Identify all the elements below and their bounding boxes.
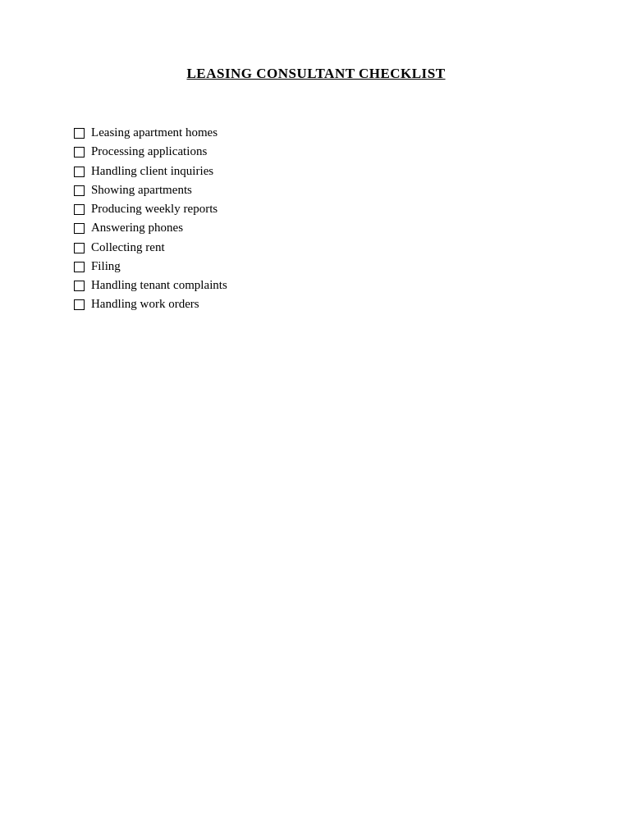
checkbox-5[interactable] (74, 204, 85, 215)
checklist-item: Handling tenant complaints (74, 276, 558, 294)
checkbox-9[interactable] (74, 281, 85, 291)
checklist-item: Producing weekly reports (74, 199, 558, 218)
page-title: LEASING CONSULTANT CHECKLIST (74, 66, 558, 82)
checklist-item: Collecting rent (74, 238, 558, 257)
checklist-item: Handling work orders (74, 294, 558, 313)
item-label-5: Producing weekly reports (91, 199, 218, 218)
checkbox-1[interactable] (74, 128, 85, 139)
checklist-item: Handling client inquiries (74, 162, 558, 180)
checkbox-4[interactable] (74, 185, 85, 196)
item-label-10: Handling work orders (91, 294, 199, 313)
checklist: Leasing apartment homesProcessing applic… (74, 123, 558, 314)
item-label-4: Showing apartments (91, 180, 192, 199)
page: LEASING CONSULTANT CHECKLIST Leasing apa… (0, 0, 632, 840)
item-label-3: Handling client inquiries (91, 162, 213, 180)
checkbox-10[interactable] (74, 299, 85, 310)
checklist-item: Processing applications (74, 142, 558, 161)
checklist-item: Leasing apartment homes (74, 123, 558, 142)
checklist-item: Filing (74, 257, 558, 276)
checkbox-3[interactable] (74, 167, 85, 177)
checkbox-6[interactable] (74, 223, 85, 234)
item-label-6: Answering phones (91, 218, 183, 237)
checkbox-2[interactable] (74, 147, 85, 158)
checklist-item: Answering phones (74, 218, 558, 237)
item-label-2: Processing applications (91, 142, 207, 161)
item-label-1: Leasing apartment homes (91, 123, 218, 142)
checkbox-7[interactable] (74, 243, 85, 253)
item-label-9: Handling tenant complaints (91, 276, 227, 294)
checkbox-8[interactable] (74, 262, 85, 272)
item-label-7: Collecting rent (91, 238, 165, 257)
item-label-8: Filing (91, 257, 121, 276)
checklist-item: Showing apartments (74, 180, 558, 199)
